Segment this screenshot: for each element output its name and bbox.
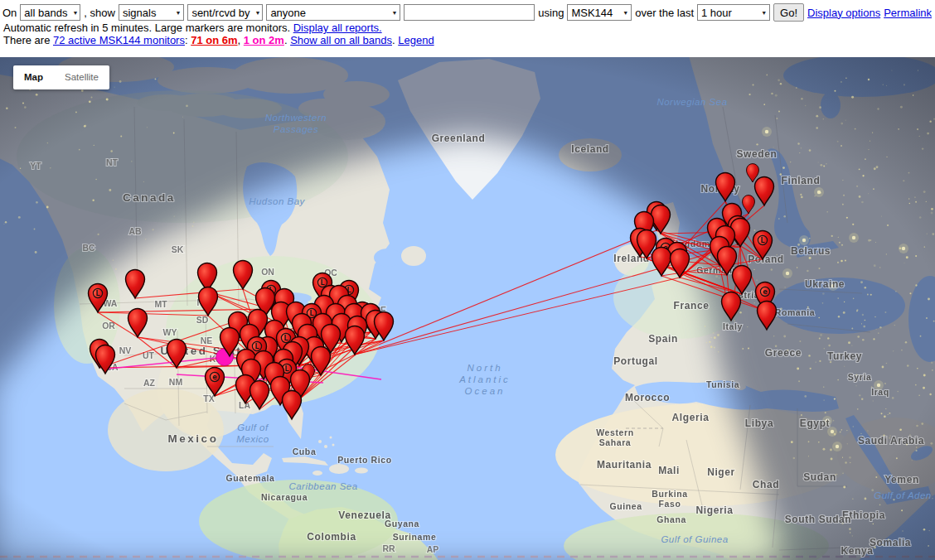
- svg-text:L: L: [254, 342, 259, 350]
- svg-text:Gulf of Aden: Gulf of Aden: [874, 490, 932, 500]
- svg-text:WesternSahara: WesternSahara: [596, 427, 633, 447]
- display-all-reports-link[interactable]: Display all reports.: [293, 22, 382, 34]
- chevron-down-icon: ▼: [761, 10, 767, 16]
- svg-text:UT: UT: [143, 350, 155, 360]
- permalink-link[interactable]: Permalink: [884, 7, 932, 19]
- status-line-1: Automatic refresh in 5 minutes. Large ma…: [2, 22, 932, 35]
- svg-text:Belarus: Belarus: [791, 245, 831, 257]
- svg-text:AZ: AZ: [143, 378, 156, 388]
- svg-text:Portugal: Portugal: [613, 355, 657, 367]
- svg-text:Greenland: Greenland: [432, 133, 486, 144]
- svg-text:Canada: Canada: [123, 191, 176, 204]
- svg-text:L: L: [95, 289, 100, 297]
- svg-text:Caribbean Sea: Caribbean Sea: [288, 481, 357, 491]
- svg-text:Gulf of Guinea: Gulf of Guinea: [661, 534, 728, 544]
- svg-text:e: e: [212, 373, 217, 381]
- svg-text:Sweden: Sweden: [737, 148, 778, 160]
- svg-text:L: L: [320, 278, 325, 287]
- svg-text:RR: RR: [382, 543, 395, 553]
- svg-text:YT: YT: [30, 161, 41, 171]
- svg-text:Mexico: Mexico: [168, 432, 219, 445]
- show-mode-select[interactable]: signals▼: [119, 4, 184, 21]
- who-select[interactable]: anyone▼: [266, 4, 400, 21]
- svg-text:Tunisia: Tunisia: [706, 379, 739, 389]
- svg-text:Romania: Romania: [775, 307, 816, 317]
- map-type-control: Map Satellite: [13, 65, 109, 89]
- svg-text:Mali: Mali: [658, 465, 680, 476]
- svg-text:Poland: Poland: [748, 253, 784, 265]
- svg-text:Kenya: Kenya: [841, 545, 873, 557]
- map-tab[interactable]: Map: [13, 65, 54, 89]
- status-line-2: There are 72 active MSK144 monitors: 71 …: [2, 35, 932, 47]
- svg-text:ON: ON: [261, 267, 274, 277]
- svg-text:Suriname: Suriname: [393, 532, 437, 542]
- monitors-6m-link[interactable]: 71 on 6m: [191, 34, 237, 46]
- svg-text:NorthAtlanticOcean: NorthAtlanticOcean: [458, 363, 511, 396]
- svg-text:MT: MT: [154, 299, 167, 309]
- svg-text:Greece: Greece: [765, 347, 802, 359]
- window-label: over the last: [635, 7, 694, 19]
- svg-text:Hudson Bay: Hudson Bay: [249, 196, 305, 206]
- on-label: On: [2, 7, 17, 19]
- svg-text:South Sudan: South Sudan: [785, 514, 852, 525]
- svg-text:Morocco: Morocco: [625, 392, 670, 403]
- map-canvas[interactable]: CanadaUnited StatesMexicoGreenlandIcelan…: [0, 57, 935, 560]
- svg-text:Egypt: Egypt: [800, 418, 830, 429]
- svg-text:France: France: [674, 300, 710, 311]
- legend-link[interactable]: Legend: [398, 34, 434, 46]
- svg-text:Chad: Chad: [753, 479, 779, 490]
- protocol-select[interactable]: MSK144▼: [567, 4, 632, 21]
- svg-text:Finland: Finland: [782, 175, 821, 186]
- svg-text:Mauritania: Mauritania: [597, 459, 652, 471]
- toolbar: On all bands▼ , show signals▼ sent/rcvd …: [0, 0, 935, 46]
- svg-text:e: e: [763, 287, 768, 296]
- svg-text:Saudi Arabia: Saudi Arabia: [858, 435, 924, 447]
- svg-text:Turkey: Turkey: [827, 350, 862, 362]
- svg-text:NV: NV: [119, 345, 132, 355]
- chevron-down-icon: ▼: [254, 10, 260, 16]
- svg-text:AP: AP: [427, 544, 439, 554]
- svg-text:Puerto Rico: Puerto Rico: [337, 455, 392, 465]
- svg-text:AB: AB: [128, 226, 142, 236]
- show-all-bands-link[interactable]: Show all on all bands: [290, 34, 392, 46]
- svg-text:L: L: [284, 364, 289, 373]
- chevron-down-icon: ▼: [391, 10, 397, 16]
- chevron-down-icon: ▼: [175, 10, 181, 16]
- monitors-2m-link[interactable]: 1 on 2m: [244, 34, 284, 46]
- go-button[interactable]: Go!: [773, 3, 804, 22]
- chevron-down-icon: ▼: [623, 10, 628, 16]
- svg-text:L: L: [760, 236, 765, 244]
- there-are-text: There are: [3, 34, 53, 46]
- svg-text:Yemen: Yemen: [884, 474, 919, 485]
- svg-text:Iraq: Iraq: [871, 387, 889, 397]
- band-select[interactable]: all bands▼: [20, 4, 80, 21]
- world-map[interactable]: Map Satellite CanadaUnited StatesMexicoG…: [0, 57, 935, 560]
- chevron-down-icon: ▼: [72, 10, 78, 16]
- svg-text:BC: BC: [82, 243, 95, 253]
- svg-text:NT: NT: [106, 157, 119, 167]
- svg-text:Sudan: Sudan: [803, 471, 836, 483]
- satellite-tab[interactable]: Satellite: [54, 65, 109, 89]
- svg-text:Nicaragua: Nicaragua: [261, 492, 308, 502]
- svg-text:Ghana: Ghana: [656, 514, 686, 524]
- svg-text:Spain: Spain: [648, 333, 678, 345]
- svg-text:Venezuela: Venezuela: [338, 509, 390, 521]
- svg-text:Norwegian Sea: Norwegian Sea: [656, 97, 727, 107]
- active-monitors-link[interactable]: 72 active MSK144 monitors: [53, 34, 185, 46]
- svg-text:Somalia: Somalia: [870, 537, 911, 548]
- display-options-link[interactable]: Display options: [807, 7, 880, 19]
- callsign-input[interactable]: [404, 4, 535, 21]
- svg-text:Nigeria: Nigeria: [696, 504, 734, 516]
- svg-text:Cuba: Cuba: [293, 447, 317, 456]
- svg-text:Guinea: Guinea: [609, 501, 642, 511]
- svg-text:NM: NM: [169, 377, 183, 387]
- svg-text:SK: SK: [172, 244, 184, 254]
- show-label: , show: [84, 7, 115, 19]
- refresh-text: Automatic refresh in 5 minutes. Large ma…: [3, 22, 293, 34]
- svg-text:TX: TX: [203, 393, 214, 403]
- direction-select[interactable]: sent/rcvd by▼: [187, 4, 263, 21]
- svg-text:Italy: Italy: [723, 321, 743, 331]
- svg-text:Ukraine: Ukraine: [805, 278, 845, 290]
- timewindow-select[interactable]: 1 hour▼: [697, 4, 770, 21]
- svg-text:Syria: Syria: [848, 372, 872, 382]
